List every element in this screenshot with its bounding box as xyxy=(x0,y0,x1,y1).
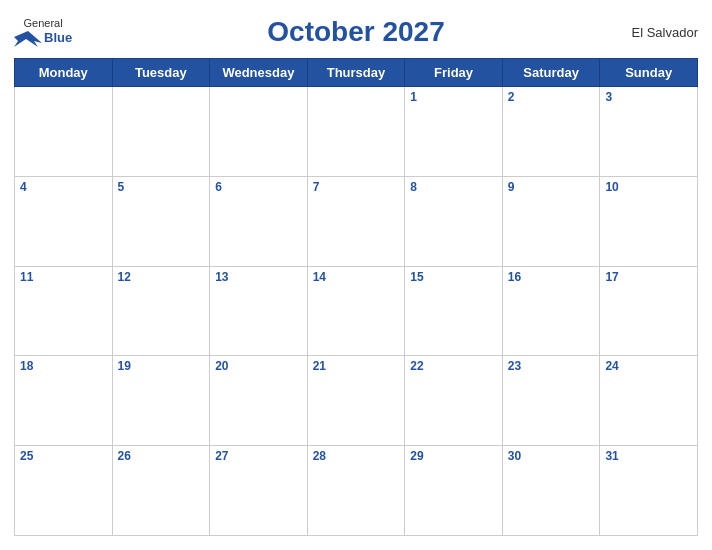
calendar-week-row: 25262728293031 xyxy=(15,446,698,536)
day-number: 17 xyxy=(605,270,618,284)
calendar-day-cell: 1 xyxy=(405,87,503,177)
calendar-day-cell: 28 xyxy=(307,446,405,536)
calendar-day-cell: 30 xyxy=(502,446,600,536)
calendar-day-cell: 5 xyxy=(112,176,210,266)
day-number: 11 xyxy=(20,270,33,284)
calendar-header: General Blue October 2027 El Salvador xyxy=(14,10,698,52)
calendar-day-cell: 6 xyxy=(210,176,308,266)
calendar-day-cell: 12 xyxy=(112,266,210,356)
day-number: 29 xyxy=(410,449,423,463)
calendar-day-cell: 19 xyxy=(112,356,210,446)
logo-general-text: General xyxy=(24,17,63,29)
header-tuesday: Tuesday xyxy=(112,59,210,87)
calendar-day-cell: 26 xyxy=(112,446,210,536)
day-number: 16 xyxy=(508,270,521,284)
day-number: 1 xyxy=(410,90,417,104)
calendar-week-row: 123 xyxy=(15,87,698,177)
calendar-day-cell: 20 xyxy=(210,356,308,446)
day-number: 20 xyxy=(215,359,228,373)
calendar-day-cell: 25 xyxy=(15,446,113,536)
day-number: 21 xyxy=(313,359,326,373)
country-label: El Salvador xyxy=(632,25,698,40)
header-sunday: Sunday xyxy=(600,59,698,87)
calendar-day-cell: 11 xyxy=(15,266,113,356)
day-number: 23 xyxy=(508,359,521,373)
calendar-day-cell: 16 xyxy=(502,266,600,356)
day-number: 12 xyxy=(118,270,131,284)
header-monday: Monday xyxy=(15,59,113,87)
calendar-wrapper: General Blue October 2027 El Salvador Mo… xyxy=(0,0,712,550)
header-friday: Friday xyxy=(405,59,503,87)
header-wednesday: Wednesday xyxy=(210,59,308,87)
day-number: 28 xyxy=(313,449,326,463)
calendar-day-cell: 31 xyxy=(600,446,698,536)
day-number: 30 xyxy=(508,449,521,463)
calendar-day-cell xyxy=(15,87,113,177)
day-number: 10 xyxy=(605,180,618,194)
calendar-week-row: 11121314151617 xyxy=(15,266,698,356)
calendar-day-cell: 8 xyxy=(405,176,503,266)
day-number: 25 xyxy=(20,449,33,463)
day-number: 5 xyxy=(118,180,125,194)
calendar-day-cell xyxy=(112,87,210,177)
logo-blue-text: Blue xyxy=(44,31,72,45)
calendar-day-cell: 9 xyxy=(502,176,600,266)
day-number: 6 xyxy=(215,180,222,194)
weekday-header-row: Monday Tuesday Wednesday Thursday Friday… xyxy=(15,59,698,87)
day-number: 13 xyxy=(215,270,228,284)
calendar-day-cell: 4 xyxy=(15,176,113,266)
day-number: 9 xyxy=(508,180,515,194)
calendar-body: 1234567891011121314151617181920212223242… xyxy=(15,87,698,536)
calendar-day-cell: 7 xyxy=(307,176,405,266)
day-number: 19 xyxy=(118,359,131,373)
day-number: 24 xyxy=(605,359,618,373)
day-number: 8 xyxy=(410,180,417,194)
calendar-week-row: 18192021222324 xyxy=(15,356,698,446)
calendar-day-cell: 14 xyxy=(307,266,405,356)
day-number: 26 xyxy=(118,449,131,463)
logo: General Blue xyxy=(14,17,72,47)
calendar-day-cell: 2 xyxy=(502,87,600,177)
day-number: 4 xyxy=(20,180,27,194)
calendar-week-row: 45678910 xyxy=(15,176,698,266)
calendar-day-cell: 15 xyxy=(405,266,503,356)
day-number: 14 xyxy=(313,270,326,284)
svg-marker-0 xyxy=(14,31,42,47)
calendar-day-cell: 21 xyxy=(307,356,405,446)
calendar-day-cell: 3 xyxy=(600,87,698,177)
calendar-day-cell xyxy=(307,87,405,177)
calendar-day-cell: 10 xyxy=(600,176,698,266)
calendar-day-cell: 13 xyxy=(210,266,308,356)
logo-bird-icon xyxy=(14,29,42,47)
header-saturday: Saturday xyxy=(502,59,600,87)
month-title: October 2027 xyxy=(267,16,444,48)
calendar-day-cell: 22 xyxy=(405,356,503,446)
calendar-table: Monday Tuesday Wednesday Thursday Friday… xyxy=(14,58,698,536)
day-number: 7 xyxy=(313,180,320,194)
calendar-day-cell: 17 xyxy=(600,266,698,356)
calendar-day-cell: 18 xyxy=(15,356,113,446)
day-number: 3 xyxy=(605,90,612,104)
calendar-day-cell xyxy=(210,87,308,177)
day-number: 15 xyxy=(410,270,423,284)
day-number: 18 xyxy=(20,359,33,373)
calendar-day-cell: 24 xyxy=(600,356,698,446)
day-number: 22 xyxy=(410,359,423,373)
calendar-day-cell: 29 xyxy=(405,446,503,536)
day-number: 31 xyxy=(605,449,618,463)
day-number: 27 xyxy=(215,449,228,463)
day-number: 2 xyxy=(508,90,515,104)
header-thursday: Thursday xyxy=(307,59,405,87)
calendar-day-cell: 27 xyxy=(210,446,308,536)
calendar-day-cell: 23 xyxy=(502,356,600,446)
